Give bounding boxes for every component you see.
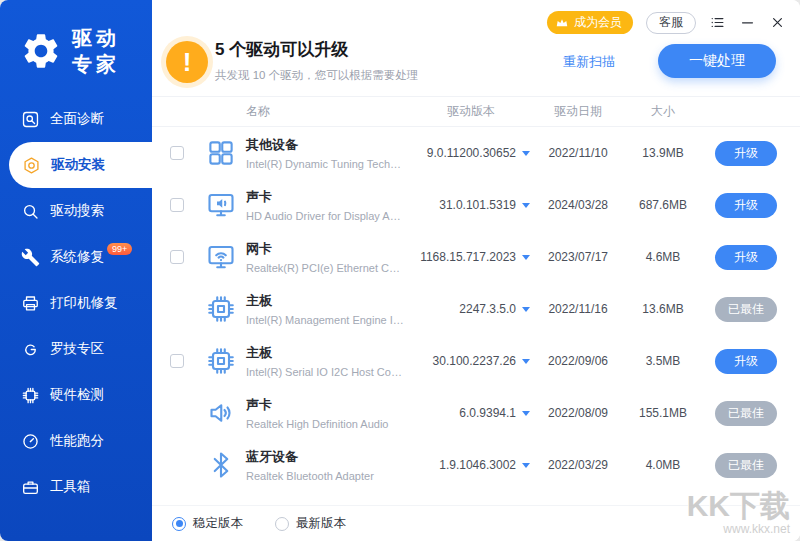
driver-description: Realtek(R) PCI(e) Ethernet Controller: [246, 262, 404, 274]
main-panel: 成为会员 客服 5 个驱动可以升级 共发现 10 个驱动，您可以根据需要处理 重…: [152, 0, 800, 541]
driver-action-button[interactable]: 已最佳: [715, 453, 777, 478]
become-member-button[interactable]: 成为会员: [547, 11, 633, 34]
mainboard-icon: [206, 346, 236, 376]
radio-icon: [275, 517, 289, 531]
support-label: 客服: [659, 14, 683, 31]
diagnose-icon: [21, 110, 40, 129]
ethernet-icon: [206, 242, 236, 272]
driver-description: Realtek High Definition Audio: [246, 418, 404, 430]
speaker-icon: [206, 398, 236, 428]
column-header-name: 名称: [246, 103, 412, 120]
driver-version-value: 2247.3.5.0: [459, 302, 516, 316]
driver-size: 13.9MB: [626, 146, 700, 160]
driver-size: 4.0MB: [626, 458, 700, 472]
summary-title: 5 个驱动可以升级: [215, 38, 348, 61]
driver-name: 其他设备: [246, 136, 404, 154]
sidebar-item-driver-install[interactable]: 驱动安装: [9, 142, 152, 188]
minimize-icon[interactable]: [739, 14, 756, 31]
driver-name: 蓝牙设备: [246, 448, 404, 466]
close-icon[interactable]: [769, 14, 786, 31]
summary-subtitle: 共发现 10 个驱动，您可以根据需要处理: [215, 68, 418, 83]
sidebar-item-label: 罗技专区: [50, 340, 104, 358]
rescan-link[interactable]: 重新扫描: [563, 53, 615, 71]
driver-name: 声卡: [246, 188, 404, 206]
driver-name-block: 蓝牙设备 Realtek Bluetooth Adapter: [246, 448, 412, 482]
radio-icon: [172, 517, 186, 531]
system-repair-icon: [21, 248, 40, 267]
driver-action-button[interactable]: 升级: [715, 193, 777, 218]
app-title: 驱动 专家: [72, 25, 120, 77]
row-checkbox[interactable]: [170, 354, 184, 368]
version-options: 稳定版本 最新版本: [172, 515, 346, 532]
version-dropdown-icon[interactable]: [522, 203, 530, 208]
app-logo: 驱动 专家: [0, 0, 152, 84]
support-button[interactable]: 客服: [646, 12, 696, 34]
process-all-button[interactable]: 一键处理: [658, 44, 776, 78]
version-dropdown-icon[interactable]: [522, 411, 530, 416]
version-dropdown-icon[interactable]: [522, 463, 530, 468]
driver-version-value: 9.0.11200.30652: [427, 146, 516, 160]
driver-row: 其他设备 Intel(R) Dynamic Tuning Technology …: [152, 127, 800, 179]
benchmark-icon: [21, 432, 40, 451]
radio-label: 稳定版本: [193, 515, 243, 532]
sidebar-item-system-repair[interactable]: 系统修复 99+: [0, 234, 152, 280]
row-checkbox[interactable]: [170, 198, 184, 212]
driver-description: HD Audio Driver for Display Audio: [246, 210, 404, 222]
driver-description: Intel(R) Dynamic Tuning Technology: [246, 158, 404, 170]
driver-name-block: 声卡 HD Audio Driver for Display Audio: [246, 188, 412, 222]
driver-size: 4.6MB: [626, 250, 700, 264]
driver-name-block: 其他设备 Intel(R) Dynamic Tuning Technology: [246, 136, 412, 170]
row-checkbox[interactable]: [170, 146, 184, 160]
version-dropdown-icon[interactable]: [522, 307, 530, 312]
mainboard-icon: [206, 294, 236, 324]
become-member-label: 成为会员: [574, 14, 622, 31]
version-dropdown-icon[interactable]: [522, 255, 530, 260]
driver-row: 声卡 HD Audio Driver for Display Audio 31.…: [152, 179, 800, 231]
sidebar-item-hardware[interactable]: 硬件检测: [0, 372, 152, 418]
driver-name: 声卡: [246, 396, 404, 414]
driver-date: 2022/09/06: [530, 354, 626, 368]
driver-action-button[interactable]: 升级: [715, 349, 777, 374]
version-option-0[interactable]: 稳定版本: [172, 515, 243, 532]
footer-bar: 稳定版本 最新版本: [152, 505, 800, 541]
driver-date: 2023/07/17: [530, 250, 626, 264]
driver-version-value: 31.0.101.5319: [439, 198, 516, 212]
sidebar: 驱动 专家 全面诊断 驱动安装 驱动搜索 系统修复 99+ 打印机修复 罗技专区…: [0, 0, 152, 541]
row-checkbox[interactable]: [170, 250, 184, 264]
driver-name: 主板: [246, 292, 404, 310]
driver-action-button[interactable]: 升级: [715, 245, 777, 270]
driver-action-button[interactable]: 已最佳: [715, 297, 777, 322]
driver-row: 网卡 Realtek(R) PCI(e) Ethernet Controller…: [152, 231, 800, 283]
sidebar-item-driver-search[interactable]: 驱动搜索: [0, 188, 152, 234]
toolbox-icon: [21, 478, 40, 497]
grid-devices-icon: [206, 138, 236, 168]
driver-date: 2022/11/10: [530, 146, 626, 160]
driver-date: 2022/03/29: [530, 458, 626, 472]
column-header-date: 驱动日期: [530, 103, 626, 120]
sidebar-item-benchmark[interactable]: 性能跑分: [0, 418, 152, 464]
menu-icon[interactable]: [709, 14, 726, 31]
driver-row: 主板 Intel(R) Serial IO I2C Host Controlle…: [152, 335, 800, 387]
driver-action-button[interactable]: 升级: [715, 141, 777, 166]
driver-row: 蓝牙设备 Realtek Bluetooth Adapter 1.9.1046.…: [152, 439, 800, 491]
sidebar-item-logitech[interactable]: 罗技专区: [0, 326, 152, 372]
display-audio-icon: [206, 190, 236, 220]
driver-version: 6.0.9394.1: [412, 406, 530, 420]
sidebar-item-toolbox[interactable]: 工具箱: [0, 464, 152, 510]
version-dropdown-icon[interactable]: [522, 359, 530, 364]
driver-size: 155.1MB: [626, 406, 700, 420]
driver-version: 9.0.11200.30652: [412, 146, 530, 160]
sidebar-item-diagnose[interactable]: 全面诊断: [0, 96, 152, 142]
driver-description: Realtek Bluetooth Adapter: [246, 470, 404, 482]
driver-action-button[interactable]: 已最佳: [715, 401, 777, 426]
app-title-line2: 专家: [72, 51, 120, 77]
sidebar-item-label: 驱动搜索: [50, 202, 104, 220]
sidebar-menu: 全面诊断 驱动安装 驱动搜索 系统修复 99+ 打印机修复 罗技专区 硬件检测 …: [0, 96, 152, 541]
version-dropdown-icon[interactable]: [522, 151, 530, 156]
driver-install-icon: [22, 156, 41, 175]
hardware-icon: [21, 386, 40, 405]
version-option-1[interactable]: 最新版本: [275, 515, 346, 532]
driver-version-value: 30.100.2237.26: [433, 354, 516, 368]
driver-name-block: 声卡 Realtek High Definition Audio: [246, 396, 412, 430]
sidebar-item-printer[interactable]: 打印机修复: [0, 280, 152, 326]
